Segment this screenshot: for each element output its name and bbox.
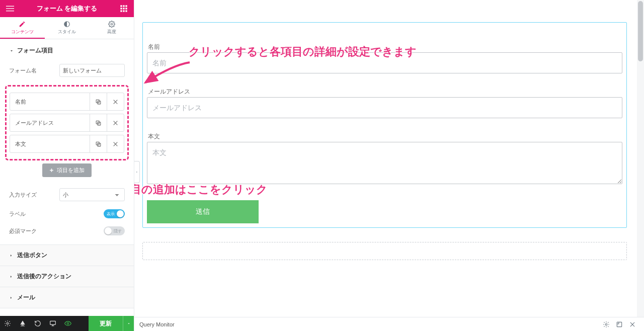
label-toggle-label: ラベル [9,210,26,218]
field-email-block: メールアドレス [147,88,622,118]
svg-rect-34 [617,322,621,326]
svg-rect-11 [125,10,127,12]
required-mark-toggle[interactable]: 隠す [104,226,125,235]
preview-eye-icon[interactable] [60,316,75,331]
field-email-input[interactable] [147,97,622,118]
menu-icon[interactable] [5,4,15,14]
tab-style-label: スタイル [58,29,76,35]
section-actions-after-submit[interactable]: 送信後のアクション [0,266,134,287]
repeater-item-label[interactable]: メールアドレス [10,114,90,131]
svg-point-28 [7,322,9,324]
section-form-fields[interactable]: フォーム項目 [0,39,134,60]
sidebar-title: フォーム を編集する [37,4,98,13]
section-submit-button[interactable]: 送信ボタン [0,244,134,266]
repeater-item-label[interactable]: 本文 [10,135,90,152]
field-body-textarea[interactable] [147,142,622,184]
tab-content-label: コンテンツ [11,29,34,35]
update-dropdown-icon[interactable] [123,316,134,331]
navigator-icon[interactable] [15,316,30,331]
input-size-row: 入力サイズ 小 [0,184,134,205]
sidebar-footer-toolbar: 更新 [0,316,134,331]
editor-sidebar: フォーム を編集する コンテンツ スタイル 高度 フォーム項目 [0,0,134,331]
statusbar-popout-icon[interactable] [613,321,626,328]
responsive-icon[interactable] [45,316,60,331]
duplicate-icon[interactable] [90,93,107,110]
remove-icon[interactable] [107,93,124,110]
app-root: フォーム を編集する コンテンツ スタイル 高度 フォーム項目 [0,0,644,331]
history-icon[interactable] [30,316,45,331]
repeater-item[interactable]: 本文 [10,135,124,153]
svg-point-32 [67,322,69,324]
duplicate-icon[interactable] [90,114,107,131]
svg-rect-10 [123,10,124,12]
duplicate-icon[interactable] [90,135,107,152]
form-fields-repeater: 名前 メールアドレス 本文 [5,85,129,160]
statusbar-gear-icon[interactable] [600,321,613,328]
section-mail[interactable]: メール [0,287,134,308]
section-form-fields-label: フォーム項目 [17,46,53,55]
toggle-knob [105,227,112,234]
scrollbar-thumb[interactable] [638,1,643,61]
svg-rect-5 [125,5,127,7]
field-body-block: 本文 [147,132,622,186]
required-mark-row: 必須マーク 隠す [0,222,134,239]
section-actions-label: 送信後のアクション [17,272,71,281]
svg-point-13 [111,23,113,25]
field-body-label: 本文 [147,132,622,141]
vertical-scrollbar[interactable] [637,0,644,317]
add-field-label: 項目を追加 [57,167,85,174]
svg-point-33 [605,323,607,325]
status-bar-label[interactable]: Query Monitor [139,321,175,327]
svg-rect-27 [50,170,53,171]
svg-rect-9 [120,10,122,12]
tab-advanced[interactable]: 高度 [89,17,134,39]
update-button[interactable]: 更新 [89,316,123,331]
svg-rect-2 [6,11,14,11]
add-section-dropzone[interactable] [142,242,627,260]
tab-style[interactable]: スタイル [45,17,90,39]
input-size-label: 入力サイズ [9,191,37,199]
toggle-off-text: 隠す [114,228,122,234]
form-widget[interactable]: 名前 メールアドレス 本文 送信 [142,22,627,228]
section-mail-label: メール [17,293,35,302]
settings-icon[interactable] [0,316,15,331]
label-visibility-toggle[interactable]: 表示 [104,209,125,218]
form-submit-button[interactable]: 送信 [147,200,259,223]
svg-rect-4 [123,5,124,7]
input-size-select[interactable]: 小 [59,188,125,201]
field-name-label: 名前 [147,43,622,51]
svg-rect-6 [120,8,122,9]
repeater-item[interactable]: 名前 [10,93,124,111]
repeater-item[interactable]: メールアドレス [10,114,124,132]
field-name-input[interactable] [147,52,622,73]
status-bar: Query Monitor [134,317,644,331]
sidebar-header: フォーム を編集する [0,0,134,17]
canvas-inner: 名前 メールアドレス 本文 送信 クリックすると各項目の詳細が設 [134,0,637,272]
tab-content[interactable]: コンテンツ [0,17,45,39]
sidebar-body: フォーム項目 フォーム名 名前 メールアドレス 本文 [0,39,134,316]
editor-canvas: 名前 メールアドレス 本文 送信 クリックすると各項目の詳細が設 [134,0,644,331]
svg-rect-1 [6,8,14,9]
remove-icon[interactable] [107,114,124,131]
form-name-input[interactable] [59,64,125,77]
remove-icon[interactable] [107,135,124,152]
sidebar-tabs: コンテンツ スタイル 高度 [0,17,134,39]
widgets-grid-icon[interactable] [119,4,129,14]
canvas-scroll-area[interactable]: 名前 メールアドレス 本文 送信 クリックすると各項目の詳細が設 [134,0,637,317]
add-field-button[interactable]: 項目を追加 [42,163,92,177]
add-item-row: 項目を追加 [0,163,134,177]
required-mark-label: 必須マーク [9,227,37,235]
toggle-on-text: 表示 [107,211,115,217]
svg-rect-8 [125,8,127,9]
section-submit-button-label: 送信ボタン [17,251,47,260]
statusbar-close-icon[interactable] [626,321,639,328]
form-name-row: フォーム名 [0,60,134,81]
field-email-label: メールアドレス [147,88,622,96]
form-name-label: フォーム名 [9,67,37,74]
svg-rect-0 [6,6,14,7]
toggle-knob [117,210,124,217]
repeater-item-label[interactable]: 名前 [10,93,90,110]
svg-rect-29 [50,321,56,324]
label-toggle-row: ラベル 表示 [0,205,134,222]
tab-advanced-label: 高度 [107,29,116,35]
